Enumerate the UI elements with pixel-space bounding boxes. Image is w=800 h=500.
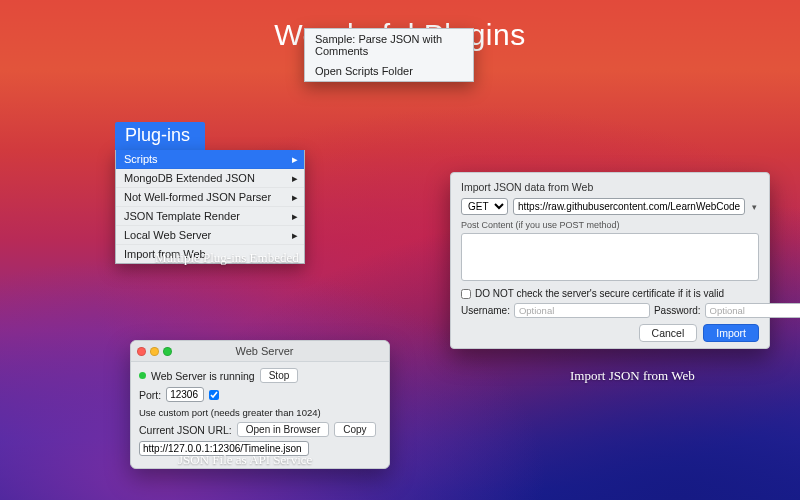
password-label: Password: [654,305,701,316]
plugins-menu: Plug-ins Scripts▸ MongoDB Extended JSON▸… [115,122,305,264]
menu-item-notwellformed[interactable]: Not Well-formed JSON Parser▸ [116,188,304,207]
status-text: Web Server is running [151,370,255,382]
menu-item-label: MongoDB Extended JSON [124,172,255,184]
plugins-submenu: Sample: Parse JSON with Comments Open Sc… [304,28,474,82]
submenu-arrow-icon: ▸ [292,210,298,223]
titlebar: Web Server [131,341,389,362]
menu-item-template[interactable]: JSON Template Render▸ [116,207,304,226]
plugins-menu-header[interactable]: Plug-ins [115,122,205,150]
stop-button[interactable]: Stop [260,368,299,383]
http-method-select[interactable]: GET [461,198,508,215]
menu-item-webserver[interactable]: Local Web Server▸ [116,226,304,245]
window-title: Web Server [176,345,353,357]
close-icon[interactable] [137,347,146,356]
post-content-label: Post Content (if you use POST method) [461,220,759,230]
current-url-label: Current JSON URL: [139,424,232,436]
minimize-icon[interactable] [150,347,159,356]
dropdown-arrow-icon[interactable]: ▾ [750,202,759,212]
status-running-icon [139,372,146,379]
menu-item-scripts[interactable]: Scripts▸ [116,150,304,169]
import-button[interactable]: Import [703,324,759,342]
submenu-item-sample[interactable]: Sample: Parse JSON with Comments [305,29,473,61]
skip-cert-label: DO NOT check the server's secure certifi… [475,288,724,299]
menu-item-label: Local Web Server [124,229,211,241]
caption-embedded: Multiple Plug-ins Embeded [155,250,299,266]
zoom-icon[interactable] [163,347,172,356]
menu-item-mongodb[interactable]: MongoDB Extended JSON▸ [116,169,304,188]
menu-item-label: Not Well-formed JSON Parser [124,191,271,203]
caption-api-service: JSON File as API Service [178,452,312,468]
custom-port-label: Use custom port (needs greater than 1024… [139,407,321,418]
url-input[interactable] [513,198,745,215]
skip-cert-checkbox[interactable] [461,289,471,299]
dialog-title: Import JSON data from Web [461,181,759,193]
import-json-dialog: Import JSON data from Web GET ▾ Post Con… [450,172,770,349]
submenu-arrow-icon: ▸ [292,172,298,185]
password-input[interactable] [705,303,800,318]
username-label: Username: [461,305,510,316]
submenu-arrow-icon: ▸ [292,229,298,242]
post-content-textarea[interactable] [461,233,759,281]
open-browser-button[interactable]: Open in Browser [237,422,329,437]
menu-item-label: JSON Template Render [124,210,240,222]
cancel-button[interactable]: Cancel [639,324,698,342]
username-input[interactable] [514,303,650,318]
port-label: Port: [139,389,161,401]
copy-button[interactable]: Copy [334,422,375,437]
port-input[interactable] [166,387,204,402]
caption-import-web: Import JSON from Web [570,368,695,384]
web-server-window: Web Server Web Server is running Stop Po… [130,340,390,469]
submenu-arrow-icon: ▸ [292,153,298,166]
custom-port-checkbox[interactable] [209,390,219,400]
plugins-menu-list: Scripts▸ MongoDB Extended JSON▸ Not Well… [115,150,305,264]
menu-item-label: Scripts [124,153,158,165]
submenu-item-open-folder[interactable]: Open Scripts Folder [305,61,473,81]
submenu-arrow-icon: ▸ [292,191,298,204]
